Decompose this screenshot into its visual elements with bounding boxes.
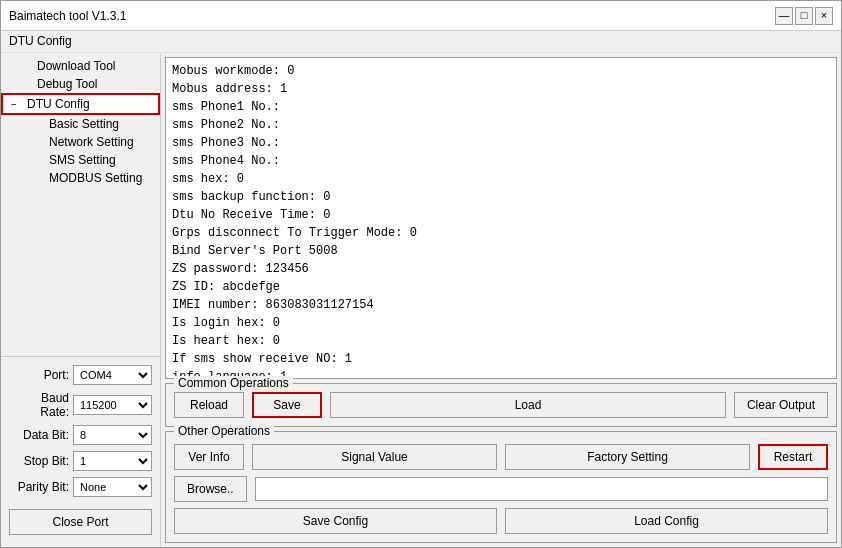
save-button[interactable]: Save (252, 392, 322, 418)
title-bar-controls: — □ × (775, 7, 833, 25)
sidebar-item-debug-tool[interactable]: Debug Tool (1, 75, 160, 93)
output-area[interactable]: Mobus workmode: 0Mobus address: 1sms Pho… (165, 57, 837, 379)
common-operations-group: Common Operations Reload Save Load Clear… (165, 383, 837, 427)
data-bit-label: Data Bit: (9, 428, 69, 442)
sidebar-item-download-tool[interactable]: Download Tool (1, 57, 160, 75)
reload-button[interactable]: Reload (174, 392, 244, 418)
sidebar-item-basic-setting[interactable]: Basic Setting (1, 115, 160, 133)
baud-rate-label: Baud Rate: (9, 391, 69, 419)
port-controls: Port: COM4 Baud Rate: 115200 Data Bit: 8 (1, 356, 160, 543)
load-button[interactable]: Load (330, 392, 726, 418)
baud-rate-select[interactable]: 115200 (73, 395, 152, 415)
factory-setting-button[interactable]: Factory Setting (505, 444, 750, 470)
parity-bit-row: Parity Bit: None (9, 477, 152, 497)
sidebar-item-label: Debug Tool (37, 77, 98, 91)
main-content: Download Tool Debug Tool − DTU Config Ba… (1, 53, 841, 547)
sidebar-item-label: DTU Config (27, 97, 90, 111)
close-port-button[interactable]: Close Port (9, 509, 152, 535)
common-ops-row: Reload Save Load Clear Output (174, 392, 828, 418)
bottom-ops-row: Save Config Load Config (174, 508, 828, 534)
stop-bit-select[interactable]: 1 (73, 451, 152, 471)
window-title: Baimatech tool V1.3.1 (9, 9, 126, 23)
port-row: Port: COM4 (9, 365, 152, 385)
close-button[interactable]: × (815, 7, 833, 25)
data-bit-row: Data Bit: 8 (9, 425, 152, 445)
other-ops-row1: Ver Info Signal Value Factory Setting Re… (174, 444, 828, 470)
sidebar: Download Tool Debug Tool − DTU Config Ba… (1, 53, 161, 547)
title-bar: Baimatech tool V1.3.1 — □ × (1, 1, 841, 31)
browse-button[interactable]: Browse.. (174, 476, 247, 502)
port-select[interactable]: COM4 (73, 365, 152, 385)
restart-button[interactable]: Restart (758, 444, 828, 470)
load-config-button[interactable]: Load Config (505, 508, 828, 534)
other-operations-group: Other Operations Ver Info Signal Value F… (165, 431, 837, 543)
sidebar-item-dtu-config[interactable]: − DTU Config (1, 93, 160, 115)
stop-bit-row: Stop Bit: 1 (9, 451, 152, 471)
maximize-button[interactable]: □ (795, 7, 813, 25)
browse-input[interactable] (255, 477, 828, 501)
browse-row: Browse.. (174, 476, 828, 502)
clear-output-button[interactable]: Clear Output (734, 392, 828, 418)
sidebar-item-label: Network Setting (49, 135, 134, 149)
signal-value-button[interactable]: Signal Value (252, 444, 497, 470)
port-label: Port: (9, 368, 69, 382)
expand-icon: − (11, 99, 23, 110)
minimize-button[interactable]: — (775, 7, 793, 25)
baud-rate-row: Baud Rate: 115200 (9, 391, 152, 419)
right-panel: Mobus workmode: 0Mobus address: 1sms Pho… (161, 53, 841, 547)
sidebar-item-label: Download Tool (37, 59, 116, 73)
sidebar-item-network-setting[interactable]: Network Setting (1, 133, 160, 151)
breadcrumb: DTU Config (1, 31, 841, 53)
stop-bit-label: Stop Bit: (9, 454, 69, 468)
parity-bit-select[interactable]: None (73, 477, 152, 497)
common-ops-label: Common Operations (174, 376, 293, 390)
sidebar-item-label: MODBUS Setting (49, 171, 142, 185)
other-ops-rows: Ver Info Signal Value Factory Setting Re… (174, 440, 828, 534)
ver-info-button[interactable]: Ver Info (174, 444, 244, 470)
main-window: Baimatech tool V1.3.1 — □ × DTU Config D… (0, 0, 842, 548)
save-config-button[interactable]: Save Config (174, 508, 497, 534)
sidebar-item-label: SMS Setting (49, 153, 116, 167)
data-bit-select[interactable]: 8 (73, 425, 152, 445)
other-ops-label: Other Operations (174, 424, 274, 438)
parity-bit-label: Parity Bit: (9, 480, 69, 494)
sidebar-item-sms-setting[interactable]: SMS Setting (1, 151, 160, 169)
sidebar-item-label: Basic Setting (49, 117, 119, 131)
sidebar-item-modbus-setting[interactable]: MODBUS Setting (1, 169, 160, 187)
